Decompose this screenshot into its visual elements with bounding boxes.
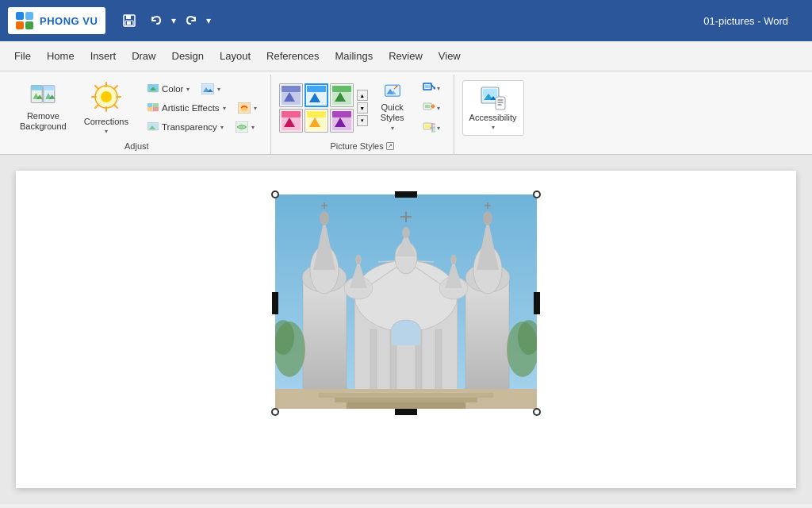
corrections-button[interactable]: Corrections ▾ — [77, 80, 136, 136]
svg-rect-42 — [282, 86, 301, 92]
svg-rect-124 — [319, 393, 493, 398]
menu-home[interactable]: Home — [39, 44, 82, 68]
svg-line-21 — [95, 105, 98, 108]
picture-layout-button[interactable]: ▾ — [417, 119, 446, 137]
artistic-effects-button[interactable]: Artistic Effects ▾ — [142, 99, 232, 117]
quick-styles-arrow: ▾ — [391, 125, 394, 132]
svg-rect-45 — [307, 86, 326, 92]
color-extra-btn1[interactable]: ▾ — [197, 80, 224, 98]
quick-styles-label: Quick Styles — [381, 102, 404, 123]
svg-rect-26 — [201, 83, 214, 94]
style-scroll-more[interactable]: ▾ — [357, 115, 368, 126]
accessibility-label: Accessibility — [469, 113, 517, 122]
corrections-dropdown: ▾ — [105, 128, 108, 135]
svg-rect-51 — [282, 111, 301, 117]
menu-references[interactable]: References — [259, 44, 327, 68]
menu-design[interactable]: Design — [164, 44, 212, 68]
cathedral-image[interactable] — [275, 194, 537, 409]
handle-bottom-middle[interactable] — [395, 409, 417, 415]
svg-rect-30 — [147, 103, 152, 107]
artistic-icon — [147, 103, 159, 114]
logo-cell-3 — [16, 21, 24, 29]
style-thumb-3[interactable] — [330, 83, 354, 107]
transparency-extra-btn[interactable]: ▾ — [232, 118, 259, 136]
svg-rect-11 — [44, 86, 55, 90]
svg-point-62 — [396, 86, 397, 87]
customize-arrow[interactable]: ▾ — [206, 15, 211, 26]
svg-rect-71 — [425, 125, 430, 128]
artistic-extra-btn[interactable]: ▾ — [234, 99, 261, 117]
redo-button[interactable] — [179, 10, 203, 31]
svg-line-19 — [114, 105, 117, 108]
style-thumb-2[interactable] — [304, 83, 328, 107]
corrections-label: Corrections — [84, 117, 128, 126]
svg-rect-57 — [332, 111, 351, 117]
logo-cell-1 — [16, 12, 24, 20]
ribbon: Remove Background — [0, 71, 812, 155]
accessibility-icon — [480, 86, 507, 111]
save-button[interactable] — [117, 10, 141, 31]
svg-rect-58 — [385, 85, 400, 96]
transparency-extra-icon — [236, 121, 248, 133]
svg-rect-81 — [496, 97, 505, 110]
handle-top-middle[interactable] — [395, 191, 417, 198]
style-scroll-up[interactable]: ▲ — [357, 90, 368, 101]
style-thumb-6[interactable] — [330, 109, 354, 133]
remove-background-label: Remove Background — [20, 111, 67, 132]
menu-view[interactable]: View — [431, 44, 469, 68]
menu-file[interactable]: File — [6, 44, 39, 68]
title-bar: PHONG VU ▾ ▾ 01-pictures - Word — [0, 0, 812, 41]
handle-top-right[interactable] — [533, 190, 541, 198]
transparency-icon — [147, 122, 159, 133]
quick-styles-button[interactable]: Quick Styles ▾ — [371, 80, 414, 136]
picture-style-thumbnails: ▲ ▼ ▾ — [279, 83, 368, 133]
handle-bottom-right[interactable] — [533, 408, 541, 416]
accessibility-group-label — [492, 140, 494, 152]
accessibility-items: Accessibility ▾ — [462, 76, 524, 140]
accessibility-button[interactable]: Accessibility ▾ — [462, 80, 524, 136]
page-area — [16, 171, 796, 488]
menu-insert[interactable]: Insert — [82, 44, 124, 68]
thumbnail-row2 — [279, 109, 354, 133]
svg-rect-122 — [392, 329, 420, 345]
handle-middle-right[interactable] — [534, 292, 540, 314]
picture-styles-text: Picture Styles — [330, 141, 383, 151]
handle-top-left[interactable] — [271, 190, 279, 198]
logo-cell-4 — [25, 21, 33, 29]
style-thumb-1[interactable] — [279, 83, 303, 107]
svg-line-20 — [114, 86, 117, 89]
adjust-right-col: Color ▾ ▾ — [142, 80, 261, 136]
svg-rect-76 — [432, 129, 435, 133]
menu-review[interactable]: Review — [381, 44, 431, 68]
menu-mailings[interactable]: Mailings — [327, 44, 381, 68]
quick-styles-icon — [378, 84, 407, 99]
thumbnail-col — [279, 83, 354, 133]
menu-layout[interactable]: Layout — [212, 44, 259, 68]
picture-border-button[interactable]: ▾ — [417, 79, 446, 97]
svg-line-18 — [95, 86, 98, 89]
handle-middle-left[interactable] — [272, 292, 278, 314]
svg-point-97 — [483, 211, 492, 225]
transparency-label: Transparency — [162, 122, 217, 132]
transparency-button[interactable]: Transparency ▾ — [142, 118, 229, 136]
svg-rect-3 — [127, 21, 131, 25]
style-scroll: ▲ ▼ ▾ — [357, 90, 368, 126]
color-row: Color ▾ ▾ — [142, 80, 224, 98]
picture-styles-expand[interactable]: ↗ — [386, 142, 394, 150]
style-thumb-4[interactable] — [279, 109, 303, 133]
style-scroll-down[interactable]: ▼ — [357, 102, 368, 114]
thumbnail-row1 — [279, 83, 354, 107]
style-thumb-5[interactable] — [304, 109, 328, 133]
logo-text: PHONG VU — [40, 15, 98, 27]
color-button[interactable]: Color ▾ — [142, 80, 195, 98]
menu-draw[interactable]: Draw — [124, 44, 163, 68]
undo-button[interactable] — [144, 10, 168, 31]
remove-background-button[interactable]: Remove Background — [13, 80, 74, 136]
logo-grid — [16, 12, 33, 29]
picture-border-icon — [423, 83, 435, 94]
corrections-icon — [91, 82, 121, 115]
undo-dropdown-arrow[interactable]: ▾ — [171, 15, 176, 26]
picture-effects-button[interactable]: ▾ — [417, 99, 446, 117]
handle-bottom-left[interactable] — [271, 408, 279, 416]
svg-rect-32 — [147, 107, 152, 111]
